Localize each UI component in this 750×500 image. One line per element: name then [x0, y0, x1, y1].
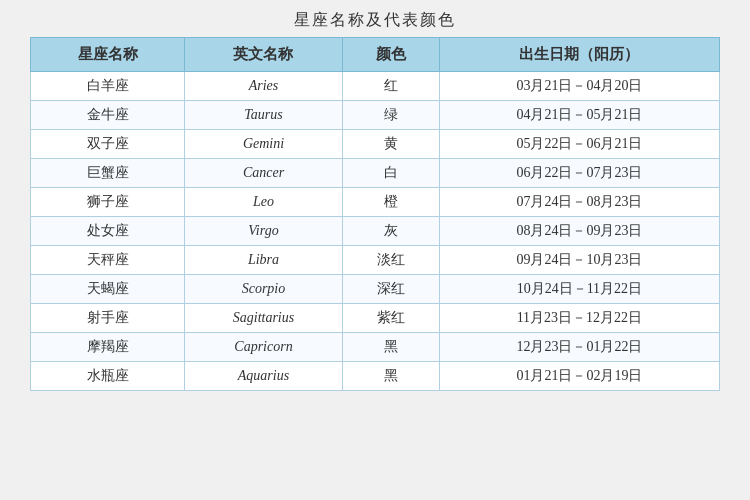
- table-row: 狮子座Leo橙07月24日－08月23日: [31, 188, 720, 217]
- cell-color: 黑: [342, 333, 439, 362]
- cell-english-name: Scorpio: [185, 275, 342, 304]
- cell-chinese-name: 天蝎座: [31, 275, 185, 304]
- cell-english-name: Cancer: [185, 159, 342, 188]
- cell-chinese-name: 狮子座: [31, 188, 185, 217]
- cell-chinese-name: 巨蟹座: [31, 159, 185, 188]
- zodiac-table: 星座名称 英文名称 颜色 出生日期（阳历） 白羊座Aries红03月21日－04…: [30, 37, 720, 391]
- table-row: 巨蟹座Cancer白06月22日－07月23日: [31, 159, 720, 188]
- cell-dates: 06月22日－07月23日: [439, 159, 719, 188]
- cell-english-name: Aquarius: [185, 362, 342, 391]
- cell-chinese-name: 处女座: [31, 217, 185, 246]
- cell-color: 紫红: [342, 304, 439, 333]
- cell-chinese-name: 白羊座: [31, 72, 185, 101]
- header-color: 颜色: [342, 38, 439, 72]
- cell-dates: 01月21日－02月19日: [439, 362, 719, 391]
- header-english-name: 英文名称: [185, 38, 342, 72]
- cell-english-name: Capricorn: [185, 333, 342, 362]
- header-chinese-name: 星座名称: [31, 38, 185, 72]
- page-title: 星座名称及代表颜色: [30, 10, 720, 31]
- cell-color: 黄: [342, 130, 439, 159]
- table-row: 摩羯座Capricorn黑12月23日－01月22日: [31, 333, 720, 362]
- cell-color: 淡红: [342, 246, 439, 275]
- cell-dates: 09月24日－10月23日: [439, 246, 719, 275]
- cell-english-name: Gemini: [185, 130, 342, 159]
- cell-english-name: Virgo: [185, 217, 342, 246]
- cell-english-name: Libra: [185, 246, 342, 275]
- table-container: 星座名称及代表颜色 星座名称 英文名称 颜色 出生日期（阳历） 白羊座Aries…: [30, 10, 720, 391]
- table-row: 金牛座Taurus绿04月21日－05月21日: [31, 101, 720, 130]
- cell-chinese-name: 水瓶座: [31, 362, 185, 391]
- table-row: 双子座Gemini黄05月22日－06月21日: [31, 130, 720, 159]
- cell-color: 白: [342, 159, 439, 188]
- cell-chinese-name: 双子座: [31, 130, 185, 159]
- cell-english-name: Taurus: [185, 101, 342, 130]
- cell-dates: 10月24日－11月22日: [439, 275, 719, 304]
- cell-dates: 07月24日－08月23日: [439, 188, 719, 217]
- cell-chinese-name: 射手座: [31, 304, 185, 333]
- table-row: 天秤座Libra淡红09月24日－10月23日: [31, 246, 720, 275]
- cell-dates: 08月24日－09月23日: [439, 217, 719, 246]
- cell-chinese-name: 摩羯座: [31, 333, 185, 362]
- cell-color: 灰: [342, 217, 439, 246]
- cell-color: 深红: [342, 275, 439, 304]
- cell-english-name: Leo: [185, 188, 342, 217]
- header-dates: 出生日期（阳历）: [439, 38, 719, 72]
- cell-color: 红: [342, 72, 439, 101]
- cell-dates: 12月23日－01月22日: [439, 333, 719, 362]
- cell-dates: 03月21日－04月20日: [439, 72, 719, 101]
- cell-color: 橙: [342, 188, 439, 217]
- table-row: 白羊座Aries红03月21日－04月20日: [31, 72, 720, 101]
- cell-dates: 04月21日－05月21日: [439, 101, 719, 130]
- table-header-row: 星座名称 英文名称 颜色 出生日期（阳历）: [31, 38, 720, 72]
- table-row: 处女座Virgo灰08月24日－09月23日: [31, 217, 720, 246]
- cell-color: 黑: [342, 362, 439, 391]
- table-row: 天蝎座Scorpio深红10月24日－11月22日: [31, 275, 720, 304]
- cell-english-name: Sagittarius: [185, 304, 342, 333]
- table-row: 水瓶座Aquarius黑01月21日－02月19日: [31, 362, 720, 391]
- cell-dates: 05月22日－06月21日: [439, 130, 719, 159]
- cell-chinese-name: 金牛座: [31, 101, 185, 130]
- cell-color: 绿: [342, 101, 439, 130]
- cell-english-name: Aries: [185, 72, 342, 101]
- table-row: 射手座Sagittarius紫红11月23日－12月22日: [31, 304, 720, 333]
- cell-dates: 11月23日－12月22日: [439, 304, 719, 333]
- cell-chinese-name: 天秤座: [31, 246, 185, 275]
